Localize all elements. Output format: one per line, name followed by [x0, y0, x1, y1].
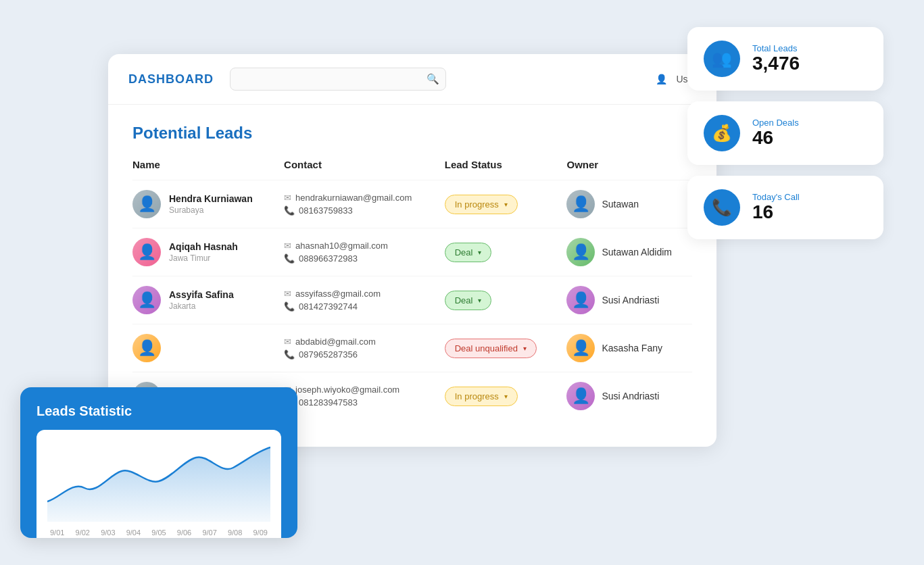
chart-area: 9/019/029/039/049/059/069/079/089/09 — [37, 430, 281, 538]
name-cell: 👤 — [132, 334, 262, 362]
table-row: 👤 Assyifa Safina Jakarta ✉ assyifass@gma… — [132, 276, 692, 324]
status-badge[interactable]: In progress ▾ — [445, 387, 518, 406]
lead-name: Aqiqah Hasnah — [169, 241, 238, 252]
leads-section: Potential Leads Name Contact Lead Status… — [108, 105, 716, 426]
lead-phone: 081283947583 — [299, 397, 358, 408]
status-badge[interactable]: Deal ▾ — [445, 291, 492, 310]
chart-label: 9/04 — [126, 529, 141, 537]
contact-email-row: ✉ joseph.wiyoko@gmail.com — [284, 385, 423, 395]
contact-phone-row: 📞 08163759833 — [284, 205, 423, 216]
person-icon: 👤 — [572, 197, 590, 212]
contact-email-row: ✉ hendrakurniawan@gmail.com — [284, 193, 423, 203]
phone-icon: 📞 — [284, 301, 295, 312]
status-badge[interactable]: Deal unqualified ▾ — [445, 339, 537, 358]
chart-label: 9/08 — [228, 529, 242, 537]
email-icon: ✉ — [284, 241, 291, 251]
dashboard-title: DASHBOARD — [128, 72, 216, 87]
col-owner: Owner — [556, 159, 692, 180]
lead-name: Hendra Kurniawan — [169, 193, 253, 204]
status-label: In progress — [455, 199, 499, 210]
contact-email-row: ✉ ahasnah10@gmail.com — [284, 241, 423, 251]
owner-cell: 👤 Susi Andriasti — [566, 286, 681, 314]
avatar: 👤 — [132, 334, 161, 362]
person-icon: 👤 — [138, 341, 156, 355]
chart-label: 9/09 — [253, 529, 268, 537]
stat-card-open-deals: 💰 Open Deals 46 — [687, 101, 883, 165]
chevron-down-icon: ▾ — [504, 201, 508, 208]
person-icon: 👤 — [138, 197, 156, 212]
contact-phone-row: 📞 081283947583 — [284, 397, 423, 408]
owner-avatar: 👤 — [566, 334, 595, 362]
chart-panel: Leads Statistic 9/019/029/039/049/059/06… — [20, 387, 297, 538]
stats-panel: 👥 Total Leads 3,476 💰 Open Deals 46 📞 To… — [687, 27, 883, 239]
stat-card-total-leads: 👥 Total Leads 3,476 — [687, 27, 883, 91]
open-deals-icon: 💰 — [712, 124, 732, 143]
name-info: Assyifa Safina Jakarta — [169, 289, 234, 311]
contact-email-row: ✉ abdabid@gmail.com — [284, 337, 423, 347]
avatar: 👤 — [132, 238, 161, 266]
status-badge[interactable]: Deal ▾ — [445, 243, 492, 262]
lead-email: assyifass@gmail.com — [295, 289, 381, 299]
search-bar: 🔍 — [230, 68, 446, 91]
chevron-down-icon: ▾ — [478, 249, 481, 256]
contact-cell: ✉ joseph.wiyoko@gmail.com 📞 081283947583 — [284, 385, 423, 408]
phone-icon: 📞 — [284, 205, 295, 216]
lead-location: Surabaya — [169, 205, 253, 215]
contact-phone-row: 📞 087965287356 — [284, 349, 423, 360]
owner-name: Susi Andriasti — [602, 295, 659, 305]
search-icon: 🔍 — [427, 73, 439, 85]
stat-label: Open Deals — [752, 118, 799, 128]
owner-name: Sutawan Aldidim — [602, 247, 672, 257]
stat-card-todays-call: 📞 Today's Call 16 — [687, 176, 883, 239]
status-label: Deal unqualified — [455, 343, 518, 353]
name-cell: 👤 Hendra Kurniawan Surabaya — [132, 190, 262, 218]
total-leads-icon: 👥 — [712, 49, 732, 68]
name-cell: 👤 Aqiqah Hasnah Jawa Timur — [132, 238, 262, 266]
user-icon: 👤 — [652, 70, 671, 89]
table-row: 👤 Aqiqah Hasnah Jawa Timur ✉ ahasnah10@g… — [132, 228, 692, 276]
email-icon: ✉ — [284, 193, 291, 203]
search-input[interactable] — [230, 68, 446, 91]
status-badge[interactable]: In progress ▾ — [445, 195, 518, 214]
chart-label: 9/07 — [202, 529, 216, 537]
contact-cell: ✉ assyifass@gmail.com 📞 081427392744 — [284, 289, 423, 312]
lead-phone: 087965287356 — [299, 349, 358, 360]
chart-label: 9/02 — [76, 529, 90, 537]
stat-icon-circle: 📞 — [704, 189, 740, 226]
lead-email: ahasnah10@gmail.com — [295, 241, 388, 251]
owner-name: Kasasha Fany — [602, 343, 662, 353]
phone-icon: 📞 — [284, 349, 295, 360]
stat-label: Today's Call — [752, 192, 800, 202]
chart-label: 9/05 — [151, 529, 166, 537]
lead-phone: 08163759833 — [299, 205, 353, 216]
person-icon: 👤 — [572, 245, 590, 260]
status-label: In progress — [455, 391, 499, 401]
owner-name: Susi Andriasti — [602, 391, 659, 401]
avatar: 👤 — [132, 190, 161, 218]
phone-icon: 📞 — [284, 253, 295, 264]
owner-cell: 👤 Susi Andriasti — [566, 382, 681, 410]
status-label: Deal — [455, 247, 473, 257]
owner-avatar: 👤 — [566, 382, 595, 410]
lead-email: hendrakurniawan@gmail.com — [295, 193, 412, 203]
name-info: Aqiqah Hasnah Jawa Timur — [169, 241, 238, 263]
person-icon: 👤 — [572, 341, 590, 355]
owner-avatar: 👤 — [566, 286, 595, 314]
table-row: 👤 Hendra Kurniawan Surabaya ✉ hendrakurn… — [132, 180, 692, 228]
lead-email: abdabid@gmail.com — [295, 337, 376, 347]
todays-call-icon: 📞 — [712, 198, 732, 217]
lead-location: Jakarta — [169, 301, 234, 311]
person-icon: 👤 — [572, 293, 590, 308]
col-status: Lead Status — [434, 159, 556, 180]
name-info: Hendra Kurniawan Surabaya — [169, 193, 253, 215]
stat-info: Total Leads 3,476 — [752, 43, 800, 74]
owner-cell: 👤 Sutawan Aldidim — [566, 238, 681, 266]
owner-avatar: 👤 — [566, 190, 595, 218]
person-icon: 👤 — [138, 245, 156, 260]
person-icon: 👤 — [572, 389, 590, 403]
chart-label: 9/01 — [50, 529, 64, 537]
stat-value: 46 — [752, 128, 799, 149]
stat-value: 16 — [752, 202, 800, 223]
owner-name: Sutawan — [602, 199, 638, 210]
leads-section-title: Potential Leads — [132, 124, 692, 143]
